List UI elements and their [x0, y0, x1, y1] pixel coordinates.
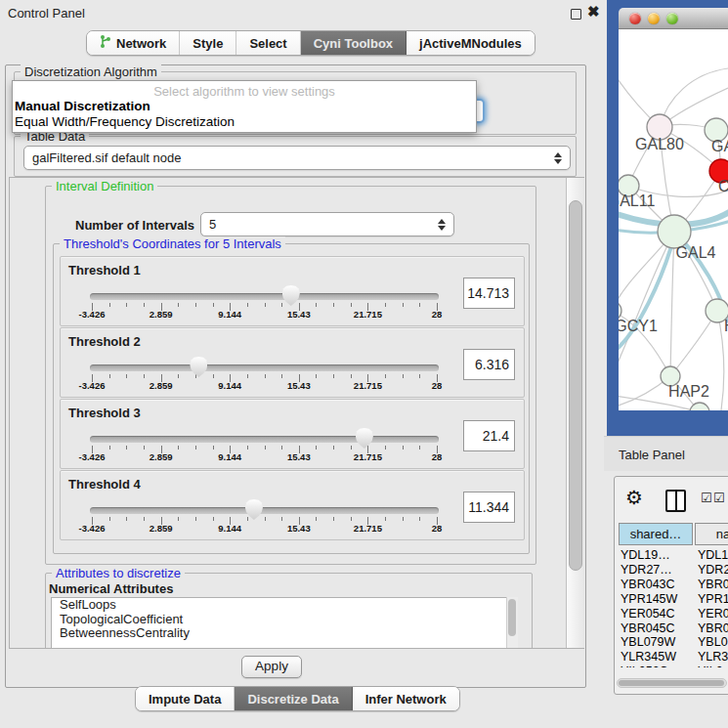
tick-mark [351, 374, 352, 378]
settings-scrollpane: Interval Definition Number of Intervals … [9, 177, 584, 649]
tab-discretize-data[interactable]: Discretize Data [235, 687, 352, 710]
table-panel: ⚙ ☑ ☑ shared… name YDL19…YDL1YDR27…YDR2Y… [614, 476, 728, 695]
network-node-label: GAL4 [676, 244, 716, 261]
tick-mark [213, 303, 214, 307]
threshold-slider-track[interactable] [90, 364, 439, 371]
threshold-slider-track[interactable] [90, 507, 439, 514]
minimize-traffic-light-icon[interactable] [648, 13, 660, 24]
close-icon[interactable]: ✖ [587, 3, 600, 21]
threshold-value-field[interactable]: 14.713 [463, 278, 515, 309]
tab-impute-data[interactable]: Impute Data [136, 687, 235, 710]
threshold-row: Threshold 2-3.4262.8599.14415.4321.71528… [60, 327, 525, 398]
tab-jactivemnodules[interactable]: jActiveMNodules [407, 31, 535, 55]
num-intervals-value: 5 [209, 217, 216, 232]
algorithm-option[interactable]: Manual Discretization [13, 99, 476, 114]
tick-label: 2.859 [150, 309, 173, 320]
attributes-group-title: Attributes to discretize [52, 566, 185, 580]
table-row[interactable]: YBL079WYBL0 [615, 635, 728, 650]
network-node[interactable] [658, 215, 691, 248]
tick-label: -3.426 [79, 309, 106, 320]
tick-mark [195, 303, 196, 307]
float-window-icon[interactable] [571, 9, 581, 20]
tick-mark [247, 517, 248, 521]
tab-network[interactable]: Network [87, 31, 180, 55]
checkbox-icon[interactable]: ☑ [701, 491, 712, 505]
table-row[interactable]: YLR345WYLR3 [615, 650, 728, 664]
tick-label: 21.715 [354, 309, 382, 320]
threshold-value-field[interactable]: 6.316 [463, 349, 515, 380]
table-row[interactable]: YDR27…YDR2 [615, 563, 728, 578]
apply-button[interactable]: Apply [241, 656, 302, 678]
tab-label: Discretize Data [247, 692, 338, 707]
table-row[interactable]: YBR043CYBR0 [615, 578, 728, 592]
table-panel-title: Table Panel [619, 448, 685, 462]
tick-mark [419, 374, 420, 378]
threshold-slider-track[interactable] [90, 293, 439, 300]
threshold-slider-thumb[interactable] [190, 357, 207, 377]
table-data-value: galFiltered.sif default node [32, 150, 181, 165]
tab-cyni-toolbox[interactable]: Cyni Toolbox [301, 31, 407, 55]
network-node-label: C [718, 178, 728, 194]
main-scrollbar[interactable] [566, 178, 584, 648]
table-cell: YBR0 [698, 621, 728, 635]
tick-mark [126, 303, 127, 307]
tick-mark [213, 374, 214, 378]
table-cell: YLR3 [698, 650, 728, 664]
table-rows[interactable]: YDL19…YDL1YDR27…YDR2YBR043CYBR0YPR145WYP… [615, 546, 728, 667]
table-row[interactable]: YBR045CYBR0 [615, 621, 728, 636]
top-tabbar: NetworkStyleSelectCyni ToolboxjActiveMNo… [86, 30, 535, 56]
tick-mark [403, 517, 404, 521]
table-header-name[interactable]: name [695, 523, 728, 545]
table-hscrollbar[interactable] [617, 678, 727, 688]
algorithm-option[interactable]: Equal Width/Frequency Discretization [13, 114, 476, 130]
close-traffic-light-icon[interactable] [629, 13, 641, 24]
attribute-list-item[interactable]: SelfLoops [52, 598, 507, 613]
network-edge [619, 232, 674, 371]
columns-icon[interactable] [665, 490, 686, 512]
tick-mark [333, 446, 334, 450]
table-cell: YBL0 [698, 635, 728, 649]
table-row[interactable]: YDL19…YDL1 [615, 548, 728, 563]
tab-select[interactable]: Select [236, 31, 300, 55]
threshold-row: Threshold 4-3.4262.8599.14415.4321.71528… [60, 470, 525, 540]
tick-label: 9.144 [218, 451, 241, 462]
main-scrollbar-thumb[interactable] [569, 200, 582, 571]
zoom-traffic-light-icon[interactable] [666, 13, 678, 24]
tab-infer-network[interactable]: Infer Network [353, 687, 459, 710]
num-intervals-combobox[interactable]: 5 [200, 212, 454, 236]
table-row[interactable]: YIL052CYIL0 [615, 664, 728, 667]
tick-mark [333, 517, 334, 521]
tick-mark [351, 517, 352, 521]
table-header-shared[interactable]: shared… [619, 523, 693, 545]
table-panel-titlebar: Table Panel [604, 436, 728, 471]
threshold-label: Threshold 4 [68, 477, 141, 492]
threshold-slider-thumb[interactable] [282, 285, 300, 306]
threshold-value-field[interactable]: 21.4 [463, 420, 515, 451]
tick-mark [178, 517, 179, 521]
threshold-slider-track[interactable] [90, 436, 439, 443]
table-cell: YBL079W [621, 635, 675, 649]
num-intervals-label: Number of Intervals [75, 218, 194, 233]
tick-mark [109, 303, 110, 307]
tick-label: 15.43 [287, 523, 311, 534]
checkbox-icon[interactable]: ☑ [713, 491, 725, 505]
table-row[interactable]: YER054CYER0 [615, 607, 728, 621]
network-window-titlebar[interactable] [619, 8, 728, 29]
attribute-list-item[interactable]: BetweennessCentrality [52, 626, 507, 641]
attributes-list-scrollbar[interactable] [506, 597, 518, 649]
tick-mark [351, 303, 352, 307]
table-row[interactable]: YPR145WYPR1 [615, 592, 728, 607]
table-data-combobox[interactable]: galFiltered.sif default node [23, 146, 571, 170]
tick-label: -3.426 [79, 523, 106, 534]
threshold-value-field[interactable]: 11.344 [463, 492, 515, 523]
algorithm-popup-hint: Select algorithm to view settings [13, 84, 476, 99]
numerical-attributes-list[interactable]: SelfLoopsTopologicalCoefficientBetweenne… [51, 597, 508, 649]
tab-label: Infer Network [365, 692, 447, 707]
network-canvas[interactable]: GAL80GACGAL11GAL4GCY1HHAP2 [619, 29, 728, 410]
attribute-list-item[interactable]: TopologicalCoefficient [52, 613, 507, 627]
tick-mark [316, 517, 317, 521]
threshold-slider-thumb[interactable] [356, 428, 373, 449]
gear-icon[interactable]: ⚙ [625, 486, 643, 509]
tab-style[interactable]: Style [180, 31, 236, 55]
table-cell: YER0 [698, 607, 728, 621]
